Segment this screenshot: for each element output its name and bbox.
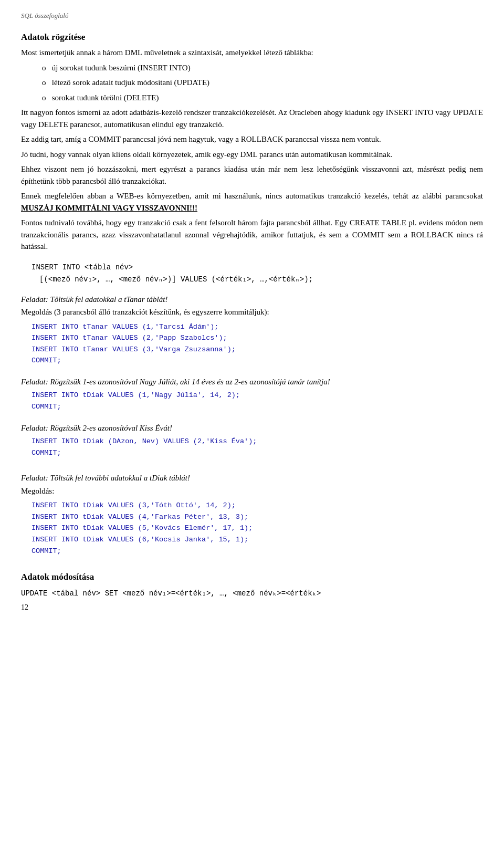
insert-syntax-block: INSERT INTO <tábla név> [(<mező név₁>, …… bbox=[32, 261, 483, 285]
code-line: INSERT INTO tDiak VALUES (1,'Nagy Júlia'… bbox=[32, 390, 483, 401]
feladat2-label: Feladat: Rögzítsük 1-es azonosítóval Nag… bbox=[21, 376, 483, 388]
feladat1-label: Feladat: Töltsük fel adatokkal a tTanar … bbox=[21, 294, 483, 306]
code-line: COMMIT; bbox=[32, 401, 483, 413]
text6: Fontos tudnivaló továbbá, hogy egy tranz… bbox=[21, 217, 483, 253]
intro-text: Most ismertetjük annak a három DML művel… bbox=[21, 47, 483, 59]
update-syntax: UPDATE <tábal név> SET <mező név₁>=<érté… bbox=[21, 587, 483, 599]
feladat4-megoldas: Megoldás: bbox=[21, 485, 483, 497]
code-line: INSERT INTO tTanar VALUES (3,'Varga Zsuz… bbox=[32, 344, 483, 355]
feladat2-code: INSERT INTO tDiak VALUES (1,'Nagy Júlia'… bbox=[32, 390, 483, 412]
list-item-1: o új sorokat tudunk beszúrni (INSERT INT… bbox=[42, 62, 483, 74]
page-header: SQL összefoglaló bbox=[21, 11, 483, 21]
feladat4-label: Feladat: Töltsük fel további adatokkal a… bbox=[21, 472, 483, 484]
text1: Itt nagyon fontos ismerni az adott adatb… bbox=[21, 107, 483, 130]
code-line: INSERT INTO tDiak VALUES (6,'Kocsis Jank… bbox=[32, 534, 483, 546]
feladat1-megoldas: Megoldás (3 parancsból álló tranzakciót … bbox=[21, 306, 483, 318]
page-number: 12 bbox=[21, 602, 28, 613]
code-line: COMMIT; bbox=[32, 447, 483, 459]
list-item-3: o sorokat tudunk törölni (DELETE) bbox=[42, 92, 483, 104]
code-line: INSERT INTO tTanar VALUES (1,'Tarcsi Ádá… bbox=[32, 321, 483, 333]
insert-syntax-line2: [(<mező név₁>, …, <mező névₙ>)] VALUES (… bbox=[39, 275, 313, 284]
feladat3-label: Feladat: Rögzítsük 2-es azonosítóval Kis… bbox=[21, 422, 483, 434]
insert-syntax-line1: INSERT INTO <tábla név> bbox=[32, 263, 133, 271]
text2: Ez addig tart, amíg a COMMIT paranccsal … bbox=[21, 133, 483, 145]
text5-combined: Ennek megfelelően abban a WEB-es környez… bbox=[21, 190, 483, 214]
section-heading-adatok-modositasa: Adatok módosítása bbox=[21, 570, 483, 584]
feladat3-code: INSERT INTO tDiak (DAzon, Nev) VALUES (2… bbox=[32, 436, 483, 458]
code-line: INSERT INTO tDiak VALUES (4,'Farkas Péte… bbox=[32, 511, 483, 523]
text3: Jó tudni, hogy vannak olyan kliens oldal… bbox=[21, 149, 483, 161]
code-line: INSERT INTO tTanar VALUES (2,'Papp Szabo… bbox=[32, 332, 483, 344]
code-line: INSERT INTO tDiak VALUES (5,'Kovács Elem… bbox=[32, 522, 483, 534]
feladat4-code: INSERT INTO tDiak VALUES (3,'Tóth Ottó',… bbox=[32, 500, 483, 557]
code-line: INSERT INTO tDiak VALUES (3,'Tóth Ottó',… bbox=[32, 500, 483, 511]
feladat1-code: INSERT INTO tTanar VALUES (1,'Tarcsi Ádá… bbox=[32, 321, 483, 367]
must-commit-text: MUSZÁJ KOMMITÁLNI VAGY VISSZAVONNI!!! bbox=[21, 204, 197, 212]
text4: Ehhez viszont nem jó hozzászokni, mert e… bbox=[21, 163, 483, 187]
section-heading-adatok-rogzitese: Adatok rögzítése bbox=[21, 30, 483, 44]
code-line: COMMIT; bbox=[32, 546, 483, 557]
list-item-2: o létező sorok adatait tudjuk módosítani… bbox=[42, 77, 483, 89]
code-line: COMMIT; bbox=[32, 355, 483, 367]
code-line: INSERT INTO tDiak (DAzon, Nev) VALUES (2… bbox=[32, 436, 483, 447]
